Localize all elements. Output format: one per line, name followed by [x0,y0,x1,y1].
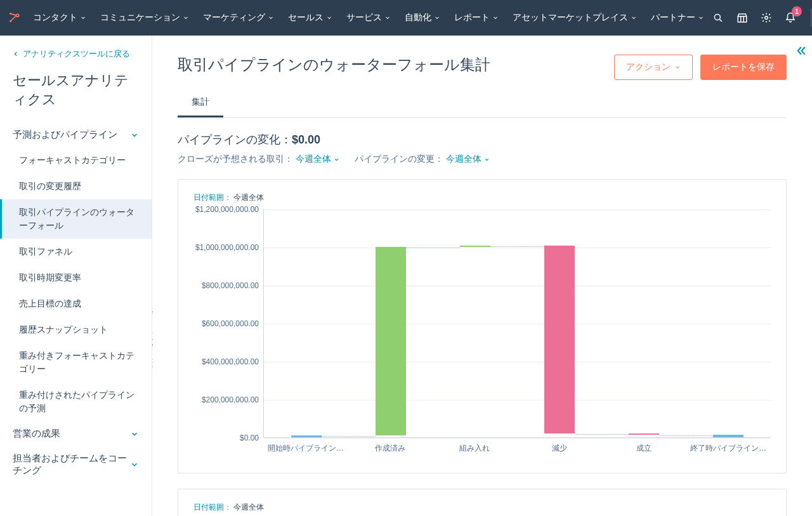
filter-value-dropdown[interactable]: 今週全体 [296,154,339,165]
y-gridline [264,438,771,439]
svg-point-4 [714,14,720,20]
bar-slot [686,209,771,437]
x-tick-label: 組み入れ [433,438,517,454]
sidebar-item[interactable]: フォーキャストカテゴリー [0,147,152,173]
back-link[interactable]: アナリティクスツールに戻る [0,48,152,60]
sidebar-item[interactable]: 重み付きフォーキャストカテゴリー [0,343,152,382]
bar-slot [433,209,517,437]
nav-item[interactable]: 自動化 [398,0,447,36]
svg-rect-6 [738,17,747,22]
chevron-down-icon [384,15,391,21]
x-tick-label: 開始時パイプライン… [263,438,348,454]
chevron-down-icon [492,15,499,21]
y-tick-label: $0.00 [188,433,259,442]
sidebar-item[interactable]: 取引時期変更率 [0,265,152,291]
summary-amount: $0.00 [292,133,320,146]
svg-point-3 [16,15,18,17]
chevron-down-icon [130,460,139,469]
y-tick-label: $1,000,000,000.00 [188,243,259,252]
nav-item-label: アセットマーケットプレイス [513,12,628,23]
chevron-down-icon [434,15,440,21]
sidebar-item[interactable]: 履歴スナップショット [0,317,152,343]
sidebar-item[interactable]: 取引の変更履歴 [0,173,152,199]
page-title: 取引パイプラインのウォーターフォール集計 [178,55,614,75]
search-icon[interactable] [710,10,726,25]
nav-item-label: セールス [288,12,324,23]
bar-slot [518,209,602,437]
hubspot-logo-icon[interactable] [8,9,22,27]
collapse-panel-icon[interactable] [794,44,807,57]
date-range-value-2: 今週全体 [233,503,264,512]
bars [264,209,771,437]
chevron-down-icon [326,15,332,21]
filter-value-dropdown[interactable]: 今週全体 [446,154,490,165]
back-link-label: アナリティクスツールに戻る [23,48,130,60]
sidebar: アナリティクスツールに戻る セールスアナリティクス 予測およびパイプラインフォー… [0,36,152,516]
bar[interactable] [713,435,743,438]
svg-line-5 [719,19,722,22]
sidebar-group-header[interactable]: 担当者およびチームをコーチング [0,446,152,483]
bar[interactable] [291,435,322,437]
nav-item[interactable]: セールス [282,0,339,36]
nav-item[interactable]: アセットマーケットプレイス [506,0,643,36]
date-range-value: 今週全体 [233,193,264,202]
actions-menu-label: アクション [626,62,671,73]
chart-plot-area: $0.00$200,000,000.00$400,000,000.00$600,… [263,209,771,438]
sidebar-item[interactable]: 売上目標の達成 [0,291,152,317]
x-tick-label: 減少 [517,438,601,454]
sidebar-group-label: 担当者およびチームをコーチング [13,453,130,477]
main-content: 取引パイプラインのウォーターフォール集計 アクション レポートを保存 集計 パイ… [152,36,812,516]
nav-item[interactable]: コミュニケーション [94,0,195,36]
y-axis-title: 会社通貨での金額 [152,308,155,369]
sidebar-group-header[interactable]: 予測およびパイプライン [0,122,152,147]
sidebar-item[interactable]: 重み付けされたパイプラインの予測 [0,382,152,421]
x-axis-labels: 開始時パイプライン…作成済み組み入れ減少成立終了時パイプライン… [263,438,771,454]
sidebar-item[interactable]: 取引ファネル [0,239,152,265]
sidebar-item[interactable]: 取引パイプラインのウォーターフォール [0,199,152,239]
tabs: 集計 [178,89,787,118]
bar[interactable] [376,247,406,435]
y-tick-label: $200,000,000.00 [188,395,259,404]
chevron-down-icon [130,430,139,439]
sidebar-group-header[interactable]: 営業の成果 [0,421,152,446]
sidebar-group-label: 予測およびパイプライン [13,129,117,141]
connector-line [490,246,544,247]
save-report-label: レポートを保存 [712,62,775,73]
settings-gear-icon[interactable] [759,10,774,25]
chevron-down-icon [183,15,189,21]
nav-item-label: マーケティング [203,12,265,23]
nav-item-label: レポート [454,12,490,23]
y-tick-label: $400,000,000.00 [188,357,259,366]
bar[interactable] [544,246,575,433]
bar[interactable] [460,246,490,247]
save-report-button[interactable]: レポートを保存 [700,55,787,80]
filter-label: パイプラインの変更： [355,154,446,164]
nav-item[interactable]: サービス [340,0,397,36]
svg-point-9 [765,17,768,20]
nav-right: 1 [710,8,812,28]
tab[interactable]: 集計 [178,89,223,117]
notification-badge: 1 [792,6,802,17]
chevron-down-icon [130,131,139,140]
nav-item[interactable]: パートナー [645,0,710,36]
chevron-down-icon [698,15,704,21]
summary-label: パイプラインの変化： [178,133,292,146]
actions-menu-button[interactable]: アクション [614,55,693,80]
bar[interactable] [629,433,659,435]
nav-item[interactable]: コンタクト [27,0,93,36]
nav-item[interactable]: マーケティング [197,0,280,36]
nav-item[interactable]: レポート [448,0,505,36]
bar-slot [348,209,433,437]
bar-slot [264,209,348,437]
nav-item-label: パートナー [651,12,695,23]
connector-line [575,434,629,435]
notifications-bell-icon[interactable]: 1 [783,10,798,25]
nav-divider [811,9,811,27]
nav-item-label: 自動化 [405,12,431,23]
caret-down-icon [334,157,339,162]
marketplace-icon[interactable] [735,10,750,25]
x-tick-label: 終了時パイプライン… [686,438,771,454]
chevron-down-icon [268,15,274,21]
nav-items: コンタクトコミュニケーションマーケティングセールスサービス自動化レポートアセット… [27,0,710,36]
bar-slot [602,209,686,437]
